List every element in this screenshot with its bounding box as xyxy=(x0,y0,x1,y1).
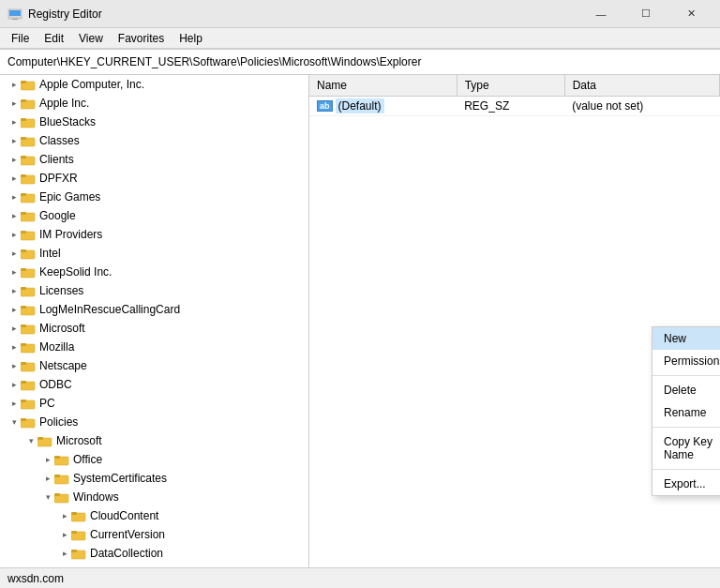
tree-toggle-policies[interactable]: ▾ xyxy=(8,415,21,429)
tree-label-policies-windows: Windows xyxy=(73,490,119,504)
tree-toggle-policies-microsoft[interactable]: ▾ xyxy=(24,434,38,447)
tree-item-mozilla[interactable]: ▸ Mozilla xyxy=(0,338,308,356)
table-row[interactable]: ab (Default) REG_SZ(value not set) xyxy=(309,96,720,115)
tree-item-policies-currentversion[interactable]: ▸ CurrentVersion xyxy=(0,525,308,544)
context-menu: New▸Permissions...DeleteRenameCopy Key N… xyxy=(652,326,720,496)
context-menu-item-new[interactable]: New▸ xyxy=(652,327,720,350)
tree-toggle-policies-systemcerts[interactable]: ▸ xyxy=(41,472,54,485)
tree-item-policies-cloudcontent[interactable]: ▸ CloudContent xyxy=(0,506,308,525)
minimize-button[interactable]: — xyxy=(579,0,622,28)
tree-item-policies-removable[interactable]: ▸ RemovableStorageDevices xyxy=(0,563,308,567)
tree-item-microsoft[interactable]: ▸ Microsoft xyxy=(0,319,308,338)
context-menu-item-copy-key-name[interactable]: Copy Key Name xyxy=(652,430,720,466)
tree-item-epic-games[interactable]: ▸ Epic Games xyxy=(0,188,308,206)
tree-toggle-classes[interactable]: ▸ xyxy=(8,134,21,147)
tree-toggle-apple-inc[interactable]: ▸ xyxy=(8,97,21,110)
folder-icon-dpfxr xyxy=(21,172,36,185)
tree-panel[interactable]: ▸ Apple Computer, Inc.▸ Apple Inc.▸ Blue… xyxy=(0,75,309,567)
tree-toggle-dpfxr[interactable]: ▸ xyxy=(8,172,21,185)
context-menu-item-delete[interactable]: Delete xyxy=(652,379,720,401)
svg-rect-29 xyxy=(21,306,26,309)
tree-item-licenses[interactable]: ▸ Licenses xyxy=(0,281,308,300)
svg-rect-35 xyxy=(21,362,26,365)
tree-item-policies-datacollection[interactable]: ▸ DataCollection xyxy=(0,544,308,563)
tree-toggle-licenses[interactable]: ▸ xyxy=(8,284,21,297)
status-bar: wxsdn.com xyxy=(0,567,720,588)
tree-toggle-intel[interactable]: ▸ xyxy=(8,247,21,260)
tree-toggle-policies-currentversion[interactable]: ▸ xyxy=(58,528,71,541)
context-menu-item-rename[interactable]: Rename xyxy=(652,401,720,424)
svg-rect-9 xyxy=(21,118,26,121)
menu-view[interactable]: View xyxy=(71,30,111,47)
tree-item-odbc[interactable]: ▸ ODBC xyxy=(0,375,308,394)
tree-toggle-im-providers[interactable]: ▸ xyxy=(8,228,21,241)
svg-rect-25 xyxy=(21,268,26,271)
svg-rect-1 xyxy=(9,10,21,16)
status-text: wxsdn.com xyxy=(8,572,64,585)
tree-toggle-google[interactable]: ▸ xyxy=(8,209,21,222)
right-panel: Name Type Data ab (Default) REG_SZ(value… xyxy=(309,75,720,567)
tree-item-keepsolid[interactable]: ▸ KeepSolid Inc. xyxy=(0,263,308,281)
svg-rect-11 xyxy=(21,137,26,140)
tree-toggle-keepsolid[interactable]: ▸ xyxy=(8,265,21,279)
tree-toggle-epic-games[interactable]: ▸ xyxy=(8,190,21,204)
tree-item-im-providers[interactable]: ▸ IM Providers xyxy=(0,225,308,244)
tree-item-policies-microsoft[interactable]: ▾ Microsoft xyxy=(0,431,308,450)
folder-icon-epic-games xyxy=(21,190,36,204)
menu-favorites[interactable]: Favorites xyxy=(111,30,172,47)
tree-label-logme: LogMeInRescueCallingCard xyxy=(39,303,180,316)
close-button[interactable]: ✕ xyxy=(669,0,712,28)
menu-edit[interactable]: Edit xyxy=(37,30,71,47)
tree-toggle-netscape[interactable]: ▸ xyxy=(8,359,21,372)
tree-label-policies-systemcerts: SystemCertificates xyxy=(73,472,167,485)
tree-item-dpfxr[interactable]: ▸ DPFXR xyxy=(0,169,308,188)
tree-item-intel[interactable]: ▸ Intel xyxy=(0,244,308,263)
tree-toggle-logme[interactable]: ▸ xyxy=(8,303,21,316)
tree-toggle-odbc[interactable]: ▸ xyxy=(8,378,21,391)
tree-item-policies[interactable]: ▾ Policies xyxy=(0,413,308,431)
folder-icon-policies-removable xyxy=(71,565,86,567)
folder-icon-licenses xyxy=(21,284,36,297)
tree-toggle-apple-computer[interactable]: ▸ xyxy=(8,78,21,91)
tree-toggle-pc[interactable]: ▸ xyxy=(8,397,21,410)
context-menu-label: Delete xyxy=(664,384,697,397)
tree-item-logme[interactable]: ▸ LogMeInRescueCallingCard xyxy=(0,300,308,319)
tree-item-policies-windows[interactable]: ▾ Windows xyxy=(0,488,308,506)
tree-label-odbc: ODBC xyxy=(39,378,72,391)
menu-file[interactable]: File xyxy=(4,30,37,47)
tree-item-bluestacks[interactable]: ▸ BlueStacks xyxy=(0,113,308,131)
svg-rect-27 xyxy=(21,287,26,290)
tree-item-apple-inc[interactable]: ▸ Apple Inc. xyxy=(0,94,308,113)
menu-help[interactable]: Help xyxy=(172,30,210,47)
tree-label-policies-office: Office xyxy=(73,453,102,466)
menu-bar: File Edit View Favorites Help xyxy=(0,28,720,49)
folder-icon-policies-currentversion xyxy=(71,528,86,541)
tree-item-google[interactable]: ▸ Google xyxy=(0,206,308,225)
tree-toggle-mozilla[interactable]: ▸ xyxy=(8,340,21,354)
tree-toggle-policies-office[interactable]: ▸ xyxy=(41,453,54,466)
tree-item-policies-office[interactable]: ▸ Office xyxy=(0,450,308,469)
tree-toggle-clients[interactable]: ▸ xyxy=(8,153,21,166)
tree-toggle-policies-cloudcontent[interactable]: ▸ xyxy=(58,509,71,522)
tree-item-netscape[interactable]: ▸ Netscape xyxy=(0,356,308,375)
tree-item-pc[interactable]: ▸ PC xyxy=(0,394,308,413)
context-menu-separator xyxy=(652,375,720,376)
tree-toggle-policies-removable[interactable]: ▸ xyxy=(58,565,71,567)
tree-toggle-policies-windows[interactable]: ▾ xyxy=(41,490,54,504)
tree-item-policies-systemcerts[interactable]: ▸ SystemCertificates xyxy=(0,469,308,488)
tree-item-apple-computer[interactable]: ▸ Apple Computer, Inc. xyxy=(0,75,308,94)
tree-item-clients[interactable]: ▸ Clients xyxy=(0,150,308,169)
title-bar-left: Registry Editor xyxy=(8,7,102,22)
tree-label-policies-microsoft: Microsoft xyxy=(56,434,102,447)
folder-icon-policies xyxy=(21,415,36,429)
context-menu-item-export---[interactable]: Export... xyxy=(652,473,720,495)
tree-toggle-bluestacks[interactable]: ▸ xyxy=(8,115,21,128)
tree-item-classes[interactable]: ▸ Classes xyxy=(0,131,308,150)
context-menu-item-permissions---[interactable]: Permissions... xyxy=(652,350,720,372)
maximize-button[interactable]: ☐ xyxy=(624,0,668,28)
tree-toggle-policies-datacollection[interactable]: ▸ xyxy=(58,547,71,560)
tree-toggle-microsoft[interactable]: ▸ xyxy=(8,322,21,335)
folder-icon-google xyxy=(21,209,36,222)
svg-rect-21 xyxy=(21,231,26,234)
cell-type: REG_SZ xyxy=(457,96,564,115)
